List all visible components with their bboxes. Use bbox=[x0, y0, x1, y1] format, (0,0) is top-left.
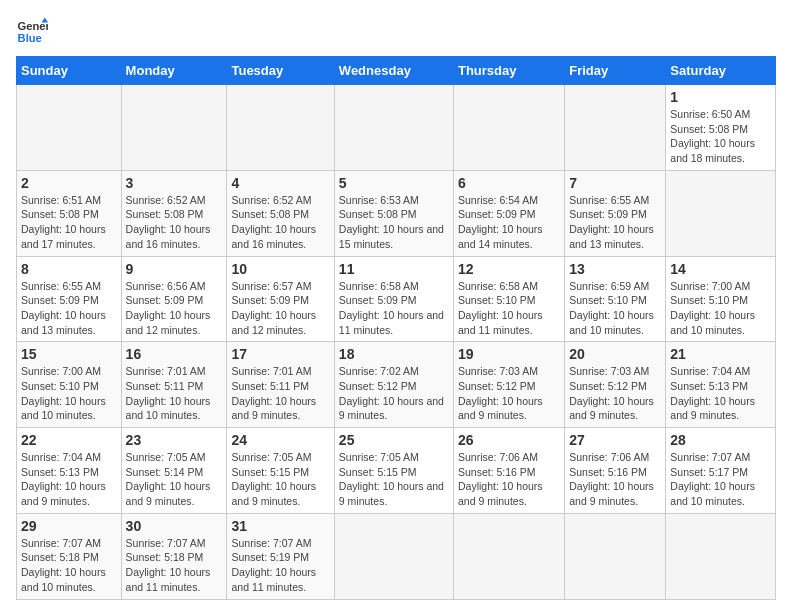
calendar-cell: 26 Sunrise: 7:06 AM Sunset: 5:16 PM Dayl… bbox=[453, 428, 564, 514]
calendar-cell: 22 Sunrise: 7:04 AM Sunset: 5:13 PM Dayl… bbox=[17, 428, 122, 514]
calendar-cell: 14 Sunrise: 7:00 AM Sunset: 5:10 PM Dayl… bbox=[666, 256, 776, 342]
day-info: Sunrise: 7:07 AM Sunset: 5:18 PM Dayligh… bbox=[126, 536, 223, 595]
calendar-cell: 13 Sunrise: 6:59 AM Sunset: 5:10 PM Dayl… bbox=[565, 256, 666, 342]
day-number: 4 bbox=[231, 175, 329, 191]
calendar-cell bbox=[453, 85, 564, 171]
calendar-cell bbox=[565, 85, 666, 171]
day-number: 21 bbox=[670, 346, 771, 362]
day-info: Sunrise: 6:55 AM Sunset: 5:09 PM Dayligh… bbox=[569, 193, 661, 252]
calendar-cell: 4 Sunrise: 6:52 AM Sunset: 5:08 PM Dayli… bbox=[227, 170, 334, 256]
calendar-cell: 19 Sunrise: 7:03 AM Sunset: 5:12 PM Dayl… bbox=[453, 342, 564, 428]
day-header-sunday: Sunday bbox=[17, 57, 122, 85]
calendar-cell: 27 Sunrise: 7:06 AM Sunset: 5:16 PM Dayl… bbox=[565, 428, 666, 514]
calendar-cell: 10 Sunrise: 6:57 AM Sunset: 5:09 PM Dayl… bbox=[227, 256, 334, 342]
calendar-cell bbox=[227, 85, 334, 171]
day-header-wednesday: Wednesday bbox=[334, 57, 453, 85]
day-info: Sunrise: 7:01 AM Sunset: 5:11 PM Dayligh… bbox=[231, 364, 329, 423]
day-header-thursday: Thursday bbox=[453, 57, 564, 85]
calendar-week-3: 8 Sunrise: 6:55 AM Sunset: 5:09 PM Dayli… bbox=[17, 256, 776, 342]
day-number: 19 bbox=[458, 346, 560, 362]
day-info: Sunrise: 6:51 AM Sunset: 5:08 PM Dayligh… bbox=[21, 193, 117, 252]
calendar-cell bbox=[453, 513, 564, 599]
calendar-week-6: 29 Sunrise: 7:07 AM Sunset: 5:18 PM Dayl… bbox=[17, 513, 776, 599]
calendar-cell: 20 Sunrise: 7:03 AM Sunset: 5:12 PM Dayl… bbox=[565, 342, 666, 428]
calendar-cell bbox=[17, 85, 122, 171]
logo: General Blue bbox=[16, 16, 48, 48]
calendar-header: SundayMondayTuesdayWednesdayThursdayFrid… bbox=[17, 57, 776, 85]
day-info: Sunrise: 7:05 AM Sunset: 5:15 PM Dayligh… bbox=[339, 450, 449, 509]
day-info: Sunrise: 6:58 AM Sunset: 5:10 PM Dayligh… bbox=[458, 279, 560, 338]
svg-text:Blue: Blue bbox=[18, 32, 42, 44]
calendar-cell: 29 Sunrise: 7:07 AM Sunset: 5:18 PM Dayl… bbox=[17, 513, 122, 599]
day-info: Sunrise: 6:50 AM Sunset: 5:08 PM Dayligh… bbox=[670, 107, 771, 166]
day-info: Sunrise: 7:03 AM Sunset: 5:12 PM Dayligh… bbox=[569, 364, 661, 423]
day-number: 11 bbox=[339, 261, 449, 277]
day-number: 16 bbox=[126, 346, 223, 362]
day-info: Sunrise: 7:06 AM Sunset: 5:16 PM Dayligh… bbox=[458, 450, 560, 509]
day-number: 10 bbox=[231, 261, 329, 277]
day-number: 1 bbox=[670, 89, 771, 105]
day-info: Sunrise: 7:07 AM Sunset: 5:17 PM Dayligh… bbox=[670, 450, 771, 509]
day-info: Sunrise: 7:03 AM Sunset: 5:12 PM Dayligh… bbox=[458, 364, 560, 423]
calendar-cell bbox=[121, 85, 227, 171]
day-number: 6 bbox=[458, 175, 560, 191]
calendar-cell: 30 Sunrise: 7:07 AM Sunset: 5:18 PM Dayl… bbox=[121, 513, 227, 599]
day-number: 31 bbox=[231, 518, 329, 534]
calendar-cell bbox=[666, 170, 776, 256]
calendar-cell: 25 Sunrise: 7:05 AM Sunset: 5:15 PM Dayl… bbox=[334, 428, 453, 514]
day-number: 29 bbox=[21, 518, 117, 534]
calendar-cell: 1 Sunrise: 6:50 AM Sunset: 5:08 PM Dayli… bbox=[666, 85, 776, 171]
day-info: Sunrise: 7:07 AM Sunset: 5:18 PM Dayligh… bbox=[21, 536, 117, 595]
day-info: Sunrise: 7:00 AM Sunset: 5:10 PM Dayligh… bbox=[670, 279, 771, 338]
day-info: Sunrise: 7:06 AM Sunset: 5:16 PM Dayligh… bbox=[569, 450, 661, 509]
day-info: Sunrise: 7:01 AM Sunset: 5:11 PM Dayligh… bbox=[126, 364, 223, 423]
day-number: 2 bbox=[21, 175, 117, 191]
day-info: Sunrise: 7:04 AM Sunset: 5:13 PM Dayligh… bbox=[21, 450, 117, 509]
day-number: 25 bbox=[339, 432, 449, 448]
day-number: 15 bbox=[21, 346, 117, 362]
calendar-cell: 16 Sunrise: 7:01 AM Sunset: 5:11 PM Dayl… bbox=[121, 342, 227, 428]
calendar-table: SundayMondayTuesdayWednesdayThursdayFrid… bbox=[16, 56, 776, 600]
calendar-cell: 3 Sunrise: 6:52 AM Sunset: 5:08 PM Dayli… bbox=[121, 170, 227, 256]
calendar-cell: 15 Sunrise: 7:00 AM Sunset: 5:10 PM Dayl… bbox=[17, 342, 122, 428]
day-number: 18 bbox=[339, 346, 449, 362]
day-number: 3 bbox=[126, 175, 223, 191]
day-info: Sunrise: 6:52 AM Sunset: 5:08 PM Dayligh… bbox=[126, 193, 223, 252]
day-number: 24 bbox=[231, 432, 329, 448]
calendar-cell: 21 Sunrise: 7:04 AM Sunset: 5:13 PM Dayl… bbox=[666, 342, 776, 428]
day-info: Sunrise: 6:56 AM Sunset: 5:09 PM Dayligh… bbox=[126, 279, 223, 338]
day-info: Sunrise: 7:02 AM Sunset: 5:12 PM Dayligh… bbox=[339, 364, 449, 423]
day-info: Sunrise: 6:54 AM Sunset: 5:09 PM Dayligh… bbox=[458, 193, 560, 252]
day-number: 30 bbox=[126, 518, 223, 534]
day-number: 8 bbox=[21, 261, 117, 277]
day-number: 28 bbox=[670, 432, 771, 448]
day-number: 7 bbox=[569, 175, 661, 191]
day-info: Sunrise: 7:00 AM Sunset: 5:10 PM Dayligh… bbox=[21, 364, 117, 423]
day-info: Sunrise: 7:07 AM Sunset: 5:19 PM Dayligh… bbox=[231, 536, 329, 595]
calendar-cell: 17 Sunrise: 7:01 AM Sunset: 5:11 PM Dayl… bbox=[227, 342, 334, 428]
logo-icon: General Blue bbox=[16, 16, 48, 48]
calendar-week-5: 22 Sunrise: 7:04 AM Sunset: 5:13 PM Dayl… bbox=[17, 428, 776, 514]
calendar-week-4: 15 Sunrise: 7:00 AM Sunset: 5:10 PM Dayl… bbox=[17, 342, 776, 428]
day-info: Sunrise: 6:55 AM Sunset: 5:09 PM Dayligh… bbox=[21, 279, 117, 338]
calendar-cell: 23 Sunrise: 7:05 AM Sunset: 5:14 PM Dayl… bbox=[121, 428, 227, 514]
day-number: 9 bbox=[126, 261, 223, 277]
calendar-cell bbox=[334, 85, 453, 171]
calendar-cell bbox=[334, 513, 453, 599]
calendar-cell: 9 Sunrise: 6:56 AM Sunset: 5:09 PM Dayli… bbox=[121, 256, 227, 342]
calendar-cell: 8 Sunrise: 6:55 AM Sunset: 5:09 PM Dayli… bbox=[17, 256, 122, 342]
calendar-cell bbox=[666, 513, 776, 599]
day-info: Sunrise: 6:53 AM Sunset: 5:08 PM Dayligh… bbox=[339, 193, 449, 252]
calendar-cell: 28 Sunrise: 7:07 AM Sunset: 5:17 PM Dayl… bbox=[666, 428, 776, 514]
day-number: 13 bbox=[569, 261, 661, 277]
day-header-saturday: Saturday bbox=[666, 57, 776, 85]
day-info: Sunrise: 7:05 AM Sunset: 5:15 PM Dayligh… bbox=[231, 450, 329, 509]
header: General Blue bbox=[16, 16, 776, 48]
day-header-tuesday: Tuesday bbox=[227, 57, 334, 85]
day-header-monday: Monday bbox=[121, 57, 227, 85]
calendar-cell: 2 Sunrise: 6:51 AM Sunset: 5:08 PM Dayli… bbox=[17, 170, 122, 256]
day-number: 12 bbox=[458, 261, 560, 277]
day-info: Sunrise: 6:58 AM Sunset: 5:09 PM Dayligh… bbox=[339, 279, 449, 338]
day-info: Sunrise: 6:52 AM Sunset: 5:08 PM Dayligh… bbox=[231, 193, 329, 252]
day-info: Sunrise: 7:05 AM Sunset: 5:14 PM Dayligh… bbox=[126, 450, 223, 509]
